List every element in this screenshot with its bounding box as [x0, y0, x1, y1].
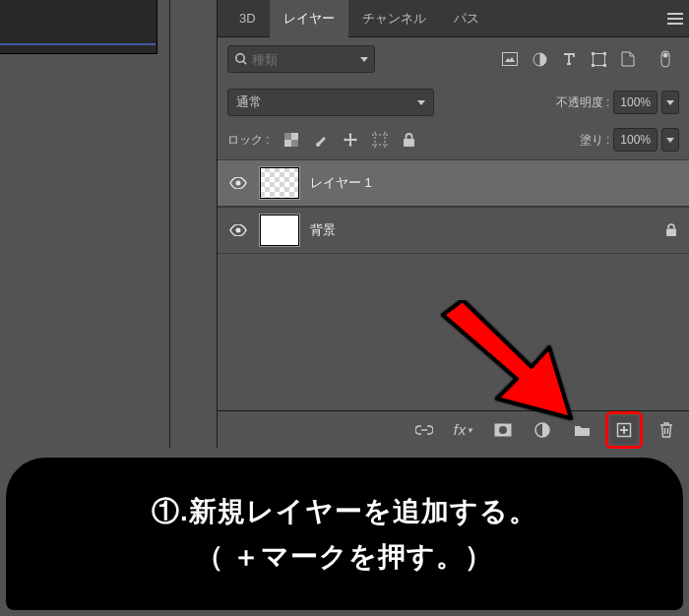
opacity-label: 不透明度 :: [556, 94, 610, 111]
lock-row: ロック : 塗り : 100%: [218, 124, 689, 159]
tab-paths[interactable]: パス: [440, 0, 493, 36]
divider: [169, 0, 170, 448]
document-tab[interactable]: [0, 0, 157, 54]
lock-artboard-icon[interactable]: [372, 132, 388, 148]
svg-rect-17: [666, 229, 676, 237]
svg-rect-4: [592, 52, 595, 55]
filter-adjustment-icon[interactable]: [532, 51, 547, 67]
layer-row[interactable]: レイヤー 1: [218, 159, 689, 207]
search-icon: [234, 51, 248, 67]
filter-row: [218, 37, 689, 81]
layer-style-button[interactable]: fx▾: [453, 419, 474, 441]
visibility-toggle[interactable]: [227, 172, 249, 194]
chevron-down-icon: [666, 100, 674, 105]
canvas-area: [0, 0, 217, 448]
svg-rect-7: [603, 64, 606, 67]
filter-type-icon[interactable]: [561, 51, 577, 67]
lock-all-icon[interactable]: [402, 132, 417, 148]
new-layer-button[interactable]: [610, 416, 638, 444]
layers-panel: 3D レイヤー チャンネル パス: [217, 0, 689, 448]
filter-smartobject-icon[interactable]: [620, 51, 636, 67]
panel-footer: fx▾: [218, 410, 689, 448]
layer-thumbnail[interactable]: [259, 166, 300, 200]
delete-layer-button[interactable]: [656, 419, 677, 441]
svg-rect-1: [503, 53, 518, 66]
chevron-down-icon: [417, 100, 425, 105]
instruction-caption: ①.新規レイヤーを追加する。 （ ＋マークを押す。）: [6, 458, 683, 610]
group-button[interactable]: [571, 419, 593, 441]
layer-name[interactable]: 背景: [310, 221, 336, 239]
fill-label: 塗り :: [580, 132, 610, 149]
svg-rect-11: [284, 133, 291, 140]
layer-name[interactable]: レイヤー 1: [310, 174, 372, 192]
svg-rect-6: [592, 64, 595, 67]
visibility-toggle[interactable]: [227, 219, 249, 241]
fill-value[interactable]: 100%: [613, 128, 658, 152]
svg-rect-13: [375, 135, 385, 145]
chevron-down-icon: [666, 138, 674, 143]
blend-mode-select[interactable]: 通常: [227, 89, 434, 116]
blend-row: 通常 不透明度 : 100%: [218, 81, 689, 124]
svg-point-0: [236, 54, 244, 62]
blend-mode-value: 通常: [236, 93, 262, 111]
svg-point-15: [236, 181, 241, 186]
svg-rect-14: [404, 139, 414, 147]
filter-search[interactable]: [227, 45, 375, 73]
tab-layers[interactable]: レイヤー: [270, 0, 348, 36]
filter-input[interactable]: [252, 52, 356, 67]
filter-pixel-icon[interactable]: [502, 51, 518, 67]
filter-shape-icon[interactable]: [591, 51, 606, 67]
chevron-down-icon: [360, 57, 368, 62]
svg-rect-5: [603, 52, 606, 55]
layer-list: レイヤー 1 背景: [218, 159, 689, 254]
svg-point-19: [499, 426, 507, 434]
svg-rect-3: [593, 53, 604, 65]
svg-point-9: [663, 53, 668, 58]
lock-position-icon[interactable]: [343, 132, 358, 148]
lock-label: ロック :: [227, 132, 270, 149]
link-layers-button[interactable]: [413, 419, 435, 441]
tab-3d[interactable]: 3D: [225, 0, 270, 36]
opacity-value[interactable]: 100%: [613, 91, 658, 114]
lock-brush-icon[interactable]: [313, 132, 329, 148]
fill-caret[interactable]: [661, 128, 679, 152]
adjustment-layer-button[interactable]: [532, 419, 553, 441]
panel-tabs: 3D レイヤー チャンネル パス: [218, 0, 689, 37]
layer-thumbnail[interactable]: [259, 214, 300, 247]
layer-mask-button[interactable]: [492, 419, 514, 441]
tab-channels[interactable]: チャンネル: [348, 0, 440, 36]
panel-menu-icon[interactable]: [661, 0, 689, 36]
lock-icon: [663, 222, 679, 238]
opacity-caret[interactable]: [661, 91, 679, 114]
lock-transparent-icon[interactable]: [283, 132, 299, 148]
svg-point-16: [236, 228, 241, 233]
layer-row[interactable]: 背景: [218, 207, 689, 254]
svg-rect-12: [291, 140, 298, 147]
caption-line-1: ①.新規レイヤーを追加する。: [152, 493, 537, 530]
caption-line-2: （ ＋マークを押す。）: [196, 538, 494, 576]
filter-toggle-icon[interactable]: [658, 51, 673, 67]
